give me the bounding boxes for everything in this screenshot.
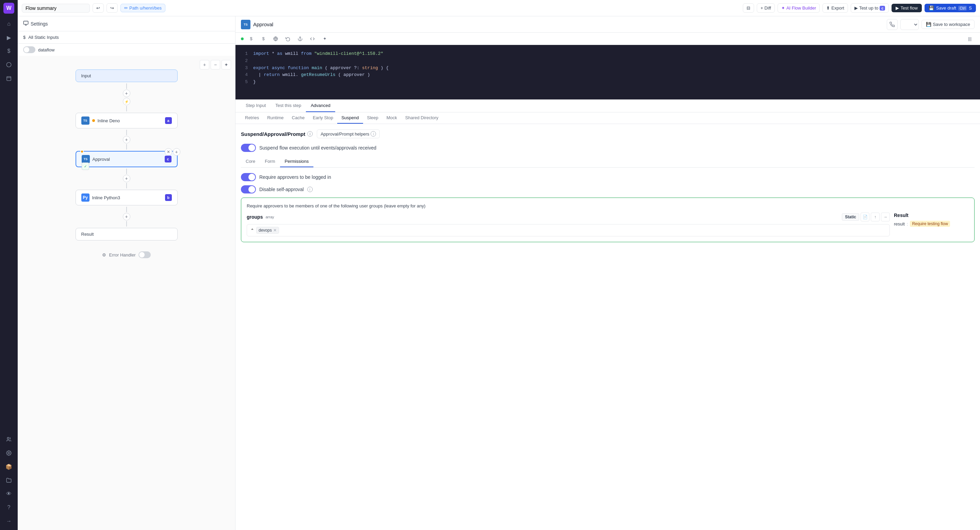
refresh-toolbar-btn[interactable] [283,34,293,44]
perm-tab-core[interactable]: Core [241,156,260,167]
dollar-toolbar-btn[interactable]: $ [247,34,256,44]
sidebar-item-puzzle[interactable] [3,59,15,71]
suspend-info-icon[interactable]: i [307,131,313,137]
static-button[interactable]: Static [842,213,859,221]
inline-deno-node[interactable]: TS Inline Deno a [76,113,178,128]
logged-in-toggle[interactable] [241,173,256,181]
layout-icon: ⊟ [746,5,750,11]
field-action-doc-btn[interactable]: 📄 [861,212,869,221]
sidebar-item-home[interactable]: ⌂ [3,18,15,30]
sidebar-item-eye[interactable]: 👁 [3,488,15,500]
diff-button[interactable]: + Diff [757,3,775,13]
test-flow-button[interactable]: ▶ Test flow [891,4,922,12]
test-upto-button[interactable]: ▶ Test up to c [851,3,889,13]
save-workspace-button[interactable]: 💾 Save to workspace [921,20,975,29]
save-draft-button[interactable]: 💾 Save draft Ctrl S [924,4,976,12]
code-toolbar-btn[interactable] [308,34,317,44]
dataflow-toggle[interactable] [23,46,35,53]
error-handler-toggle[interactable] [138,251,151,258]
canvas-toolbar: ✦ [221,60,231,69]
sub-tab-earlystop[interactable]: Early Stop [309,112,337,124]
sidebar-item-folder[interactable] [3,474,15,486]
zoom-out-button[interactable]: − [211,60,220,69]
devops-tag[interactable]: devops ✕ [256,227,279,234]
helpers-info-icon[interactable]: i [371,131,376,137]
suspend-toggle[interactable] [241,144,256,152]
sparkle-toolbar-btn[interactable]: ✦ [320,34,329,44]
inline-deno-label: Inline Deno [98,118,120,123]
add-node-btn-1[interactable]: + [123,89,130,97]
language-select[interactable] [900,19,919,30]
code-content-3: export async function main ( approver ?:… [253,65,388,72]
connection-status-dot [241,37,243,40]
layout-toggle-button[interactable]: ⊟ [743,3,754,13]
input-node[interactable]: Input [76,69,178,82]
approval-node[interactable]: TS Approval c + ✕ ✓ [76,151,178,167]
sub-tab-retries[interactable]: Retries [241,112,263,124]
sidebar-item-settings[interactable] [3,447,15,459]
sub-tab-cache[interactable]: Cache [288,112,309,124]
sidebar-item-calendar[interactable] [3,72,15,85]
phone-icon-btn[interactable] [887,19,898,30]
dollar2-toolbar-btn[interactable]: $ [259,34,268,44]
helpers-button[interactable]: Approval/Prompt helpers i [317,129,380,138]
globe-toolbar-btn[interactable] [271,34,280,44]
app-logo[interactable]: W [3,3,14,14]
line-num-3: 3 [241,65,248,72]
sub-tab-suspend[interactable]: Suspend [337,112,363,124]
self-approval-info-icon[interactable]: i [307,187,313,192]
undo-button[interactable]: ↩ [92,3,104,13]
anchor-toolbar-btn[interactable] [295,34,305,44]
node-corner-close-btn[interactable]: ✕ [165,148,172,156]
sidebar-item-play[interactable]: ▶ [3,31,15,44]
sub-tab-sleep[interactable]: Sleep [363,112,382,124]
tag-close-btn[interactable]: ✕ [273,228,277,233]
test-upto-label: Test up to [859,5,878,11]
perm-tab-form[interactable]: Form [260,156,280,167]
add-node-btn-2[interactable]: + [123,136,130,144]
export-button[interactable]: ⬆ Export [822,3,848,13]
sidebar-item-package[interactable]: 📦 [3,461,15,473]
field-action-arrow-btn[interactable]: → [881,212,890,221]
bars-toolbar-btn[interactable]: ||| [965,34,975,44]
flow-title-input[interactable] [22,4,90,13]
sidebar-item-dollar[interactable]: $ [3,45,15,57]
sidebar-item-users[interactable] [3,433,15,445]
ai-flow-builder-button[interactable]: ✦ AI Flow Builder [778,3,820,13]
code-content-5: } [253,79,256,86]
sub-tab-mock[interactable]: Mock [382,112,401,124]
node-corner-approve-icon[interactable]: ✓ [82,163,89,170]
field-action-up-btn[interactable]: ↑ [871,212,880,221]
tab-test-this-step[interactable]: Test this step [270,99,306,112]
split-btn-1[interactable]: ⚡ [123,98,130,105]
path-edit-icon: ✏ [124,5,128,11]
tab-advanced[interactable]: Advanced [306,99,335,112]
play-icon: ▶ [854,5,858,11]
line-num-4: 4 [241,72,248,79]
groups-card-description: Require approvers to be members of one o… [247,203,969,208]
advanced-sub-tabs: Retries Runtime Cache Early Stop Suspend… [235,112,980,124]
sub-tab-runtime[interactable]: Runtime [263,112,288,124]
error-handler-row: ⚙ Error Handler [102,251,150,258]
sidebar-item-help[interactable]: ? [3,501,15,514]
static-inputs-bar[interactable]: $ All Static Inputs [18,31,235,44]
code-editor[interactable]: 1 import * as wmill from "windmill-clien… [235,45,980,99]
static-label: Static [845,215,856,219]
inline-python-node[interactable]: Py Inline Python3 b [76,190,178,205]
groups-tag-input[interactable]: ⌃ devops ✕ [247,224,890,236]
zoom-in-button[interactable]: + [200,60,209,69]
sidebar-item-expand[interactable]: → [3,515,15,527]
add-node-btn-3[interactable]: + [123,175,130,182]
self-approval-toggle[interactable] [241,185,256,193]
canvas-wand-btn[interactable]: ✦ [221,60,231,69]
node-corner-add-btn[interactable]: + [173,148,180,156]
perm-tab-permissions[interactable]: Permissions [280,156,314,167]
editor-title-input[interactable] [253,21,884,27]
path-indicator[interactable]: ✏ Path u/henri/bes [121,4,165,12]
code-content-2 [253,57,256,65]
result-node[interactable]: Result [76,228,178,241]
redo-button[interactable]: ↪ [107,3,118,13]
sub-tab-shared-dir[interactable]: Shared Directory [401,112,443,124]
add-node-btn-4[interactable]: + [123,213,130,220]
tab-step-input[interactable]: Step Input [241,99,270,112]
